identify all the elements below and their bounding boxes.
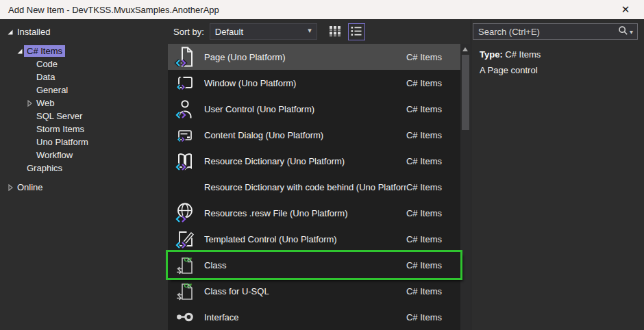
tree-spacer <box>15 164 24 172</box>
details-panel: ▾ Type: C# Items A Page control <box>473 19 644 330</box>
tree-item-label: General <box>34 84 71 96</box>
template-name: Class for U-SQL <box>204 286 406 296</box>
template-row-interface[interactable]: InterfaceC# Items <box>168 304 460 330</box>
template-group: C# Items <box>406 234 442 244</box>
list-scrollbar[interactable] <box>460 44 470 330</box>
tree-item-label: Uno Platform <box>34 136 91 148</box>
user-control-icon <box>174 98 196 120</box>
search-input[interactable] <box>473 24 618 39</box>
resw-file-icon <box>174 202 196 224</box>
chevron-down-icon: ▾ <box>308 26 312 35</box>
template-group: C# Items <box>406 52 442 62</box>
csharp-class-usql-icon: C# <box>174 280 196 302</box>
interface-icon <box>174 306 196 328</box>
tree-item-label: SQL Server <box>34 110 85 122</box>
sort-by-value: Default <box>215 27 243 37</box>
template-group: C# Items <box>406 312 442 322</box>
template-row-resource-dictionary-uno-platform-[interactable]: Resource Dictionary (Uno Platform)C# Ite… <box>168 148 460 174</box>
template-name: Interface <box>204 312 406 322</box>
tree-expanded-icon[interactable] <box>5 28 14 36</box>
template-row-page-uno-platform-[interactable]: Page (Uno Platform)C# Items <box>168 44 460 70</box>
template-row-content-dialog-uno-platform-[interactable]: Content Dialog (Uno Platform)C# Items <box>168 122 460 148</box>
template-name: Content Dialog (Uno Platform) <box>204 130 406 140</box>
tree-item-c-items[interactable]: C# Items <box>0 45 168 58</box>
tree-collapsed-icon[interactable] <box>5 183 14 191</box>
tree-collapsed-icon[interactable] <box>25 99 34 107</box>
tree-item-installed[interactable]: Installed <box>0 25 168 38</box>
tree-item-code[interactable]: Code <box>0 58 168 71</box>
search-box: ▾ <box>473 23 638 40</box>
svg-text:C#: C# <box>184 256 193 263</box>
sort-by-dropdown[interactable]: Default ▾ <box>210 23 317 40</box>
tree-item-online[interactable]: Online <box>0 181 168 194</box>
content-dialog-icon <box>174 124 196 146</box>
chevron-down-icon: ▾ <box>630 28 633 36</box>
type-value: C# Items <box>505 49 541 60</box>
scrollbar-thumb[interactable] <box>462 55 469 130</box>
tree-item-label: Web <box>34 97 58 109</box>
tree-spacer <box>25 86 34 94</box>
tree-spacer <box>25 112 34 120</box>
template-name: User Control (Uno Platform) <box>204 104 406 114</box>
tree-item-label: Workflow <box>34 149 75 161</box>
dialog-title: Add New Item - DevTKSS.MvuxSamples.Anoth… <box>8 5 219 15</box>
category-tree: InstalledC# ItemsCodeDataGeneralWebSQL S… <box>0 19 168 330</box>
close-icon: ✕ <box>621 3 630 16</box>
tree-item-label: Code <box>34 58 60 70</box>
template-type-line: Type: C# Items <box>480 49 541 60</box>
tree-item-label: Graphics <box>24 162 65 174</box>
template-group: C# Items <box>406 104 442 114</box>
template-row-resources-resw-file-uno-platform-[interactable]: Resources .resw File (Uno Platform)C# It… <box>168 200 460 226</box>
resource-dictionary-code-icon <box>174 176 196 198</box>
template-row-class[interactable]: C# ClassC# Items <box>168 252 460 278</box>
resource-dictionary-icon <box>174 150 196 172</box>
tree-spacer <box>25 125 34 133</box>
tree-item-sql-server[interactable]: SQL Server <box>0 110 168 123</box>
template-row-class-for-u-sql[interactable]: C# Class for U-SQLC# Items <box>168 278 460 304</box>
tree-spacer <box>25 60 34 68</box>
tree-item-label: Data <box>34 71 58 83</box>
template-name: Resource Dictionary with code behind (Un… <box>204 182 406 192</box>
tree-item-label: C# Items <box>24 45 65 57</box>
template-description: A Page control <box>480 65 538 75</box>
csharp-class-icon: C# <box>174 254 196 276</box>
type-label: Type: <box>480 49 503 60</box>
list-view-icon <box>349 23 364 40</box>
template-row-user-control-uno-platform-[interactable]: User Control (Uno Platform)C# Items <box>168 96 460 122</box>
template-row-window-uno-platform-[interactable]: Window (Uno Platform)C# Items <box>168 70 460 96</box>
template-group: C# Items <box>406 78 442 88</box>
tree-expanded-icon[interactable] <box>15 47 24 55</box>
template-name: Window (Uno Platform) <box>204 78 406 88</box>
template-group: C# Items <box>406 260 442 270</box>
titlebar: Add New Item - DevTKSS.MvuxSamples.Anoth… <box>0 0 644 19</box>
sort-by-label: Sort by: <box>173 27 204 37</box>
template-name: Resources .resw File (Uno Platform) <box>204 208 406 218</box>
search-icon <box>618 25 628 38</box>
template-name: Class <box>204 260 406 270</box>
tree-item-data[interactable]: Data <box>0 71 168 84</box>
tree-item-workflow[interactable]: Workflow <box>0 149 168 162</box>
medium-icons-view-icon <box>327 23 343 40</box>
tree-spacer <box>25 138 34 146</box>
tree-item-general[interactable]: General <box>0 84 168 97</box>
tree-item-storm-items[interactable]: Storm Items <box>0 123 168 136</box>
list-view-button[interactable] <box>348 23 365 40</box>
close-button[interactable]: ✕ <box>614 0 637 19</box>
tree-item-graphics[interactable]: Graphics <box>0 162 168 175</box>
panel-divider <box>471 19 471 330</box>
template-row-resource-dictionary-with-code-behind-uno-platform-[interactable]: Resource Dictionary with code behind (Un… <box>168 174 460 200</box>
tree-item-label: Storm Items <box>34 123 87 135</box>
search-button[interactable]: ▾ <box>618 25 637 38</box>
medium-icons-view-button[interactable] <box>327 23 344 40</box>
tree-item-web[interactable]: Web <box>0 97 168 110</box>
template-group: C# Items <box>406 182 442 192</box>
tree-item-uno-platform[interactable]: Uno Platform <box>0 136 168 149</box>
template-name: Templated Control (Uno Platform) <box>204 234 406 244</box>
tree-spacer <box>25 73 34 81</box>
template-row-templated-control-uno-platform-[interactable]: Templated Control (Uno Platform)C# Items <box>168 226 460 252</box>
window-icon <box>174 72 196 94</box>
tree-item-label: Online <box>14 181 46 193</box>
scrollbar-up-icon[interactable] <box>460 45 470 53</box>
template-name: Resource Dictionary (Uno Platform) <box>204 156 406 166</box>
svg-text:C#: C# <box>184 282 193 289</box>
